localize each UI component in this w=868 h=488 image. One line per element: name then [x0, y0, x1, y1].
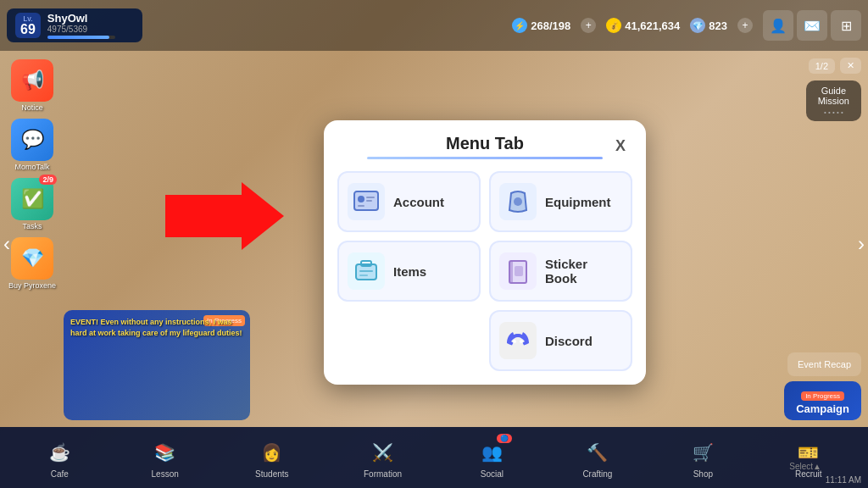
svg-marker-0	[165, 182, 284, 250]
menu-item-account[interactable]: Account	[337, 171, 481, 232]
menu-item-items[interactable]: Items	[337, 241, 481, 302]
svg-rect-15	[509, 261, 513, 283]
menu-tab-modal: Menu Tab X Account	[324, 120, 646, 385]
svg-rect-5	[366, 200, 372, 202]
equipment-label: Equipment	[545, 195, 611, 209]
menu-item-sticker-book[interactable]: Sticker Book	[489, 241, 632, 302]
svg-point-18	[520, 340, 523, 343]
svg-point-7	[514, 197, 522, 206]
modal-title: Menu Tab	[337, 134, 632, 153]
discord-label: Discord	[545, 334, 593, 348]
sticker-book-icon	[499, 252, 537, 290]
account-label: Account	[393, 195, 444, 209]
menu-grid: Account Equipment	[337, 171, 632, 371]
svg-rect-4	[366, 197, 375, 198]
menu-item-discord[interactable]: Discord	[489, 310, 632, 371]
modal-title-underline	[367, 157, 603, 159]
discord-icon	[499, 322, 537, 359]
items-label: Items	[393, 264, 426, 279]
svg-rect-11	[359, 270, 373, 272]
sticker-book-label: Sticker Book	[545, 257, 622, 286]
svg-point-17	[513, 340, 516, 343]
account-icon	[348, 183, 385, 220]
modal-overlay: Menu Tab X Account	[0, 0, 868, 488]
equipment-icon	[499, 183, 537, 220]
red-arrow	[165, 182, 284, 253]
svg-rect-16	[515, 266, 523, 276]
svg-rect-12	[359, 274, 368, 276]
items-icon	[348, 252, 385, 290]
svg-rect-6	[358, 205, 364, 207]
modal-header: Menu Tab X	[337, 134, 632, 159]
svg-rect-3	[358, 196, 364, 202]
modal-close-button[interactable]: X	[609, 134, 632, 158]
menu-item-equipment[interactable]: Equipment	[489, 171, 632, 232]
